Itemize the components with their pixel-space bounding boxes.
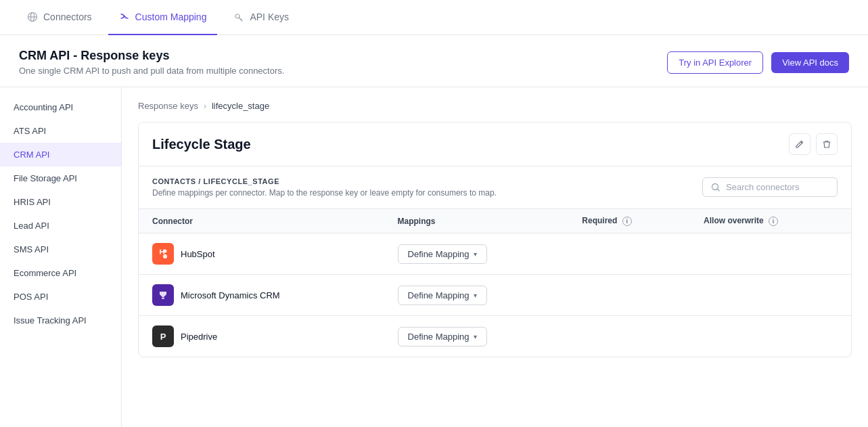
dynamics-mapping-dropdown[interactable]: Define Mapping ▾	[398, 286, 487, 305]
delete-button[interactable]	[816, 133, 838, 155]
search-connectors-input[interactable]	[726, 182, 827, 192]
connector-name-dynamics: Microsoft Dynamics CRM	[152, 284, 371, 306]
hubspot-logo	[152, 243, 174, 265]
hubspot-mapping-dropdown[interactable]: Define Mapping ▾	[398, 244, 487, 264]
col-required: Required i	[568, 209, 690, 233]
table-row: Microsoft Dynamics CRM Define Mapping ▾	[139, 275, 851, 316]
overwrite-cell-pipedrive	[690, 316, 851, 357]
breadcrumb: Response keys › lifecycle_stage	[138, 101, 852, 111]
sidebar-item-ecommerce[interactable]: Ecommerce API	[0, 261, 121, 285]
hubspot-name: HubSpot	[181, 249, 215, 259]
page-header-actions: Try in API Explorer View API docs	[667, 51, 849, 74]
page-description: One single CRM API to push and pull data…	[19, 66, 284, 76]
required-info-icon[interactable]: i	[622, 217, 632, 226]
pipedrive-logo-text: P	[160, 332, 166, 342]
card-header: Lifecycle Stage	[139, 122, 851, 166]
edit-icon	[795, 139, 804, 149]
svg-marker-7	[160, 292, 166, 298]
tab-api-keys-label: API Keys	[250, 12, 289, 22]
tab-api-keys[interactable]: API Keys	[223, 0, 300, 35]
col-allow-overwrite: Allow overwrite i	[690, 209, 851, 233]
try-api-button[interactable]: Try in API Explorer	[667, 51, 763, 74]
connector-name-hubspot: HubSpot	[152, 243, 371, 265]
sidebar-item-hris[interactable]: HRIS API	[0, 190, 121, 214]
connector-cell-pipedrive: P Pipedrive	[139, 316, 384, 357]
sidebar-item-crm[interactable]: CRM API	[0, 143, 121, 166]
mapping-cell-hubspot: Define Mapping ▾	[384, 233, 569, 275]
mapping-cell-pipedrive: Define Mapping ▾	[384, 316, 569, 357]
main-layout: Accounting API ATS API CRM API File Stor…	[0, 87, 868, 427]
section-header: CONTACTS / LIFECYCLE_STAGE Define mappin…	[139, 166, 851, 209]
chevron-down-icon: ▾	[474, 333, 477, 340]
dynamics-name: Microsoft Dynamics CRM	[181, 290, 280, 300]
tab-custom-mapping-label: Custom Mapping	[135, 12, 207, 22]
table-row: P Pipedrive Define Mapping ▾	[139, 316, 851, 357]
chevron-down-icon: ▾	[474, 292, 477, 299]
breadcrumb-current: lifecycle_stage	[212, 101, 269, 111]
chevron-down-icon: ▾	[474, 250, 477, 258]
svg-rect-8	[162, 298, 164, 299]
connector-name-pipedrive: P Pipedrive	[152, 325, 371, 347]
section-description: Define mappings per connector. Map to th…	[152, 188, 497, 198]
mapping-icon	[119, 12, 130, 22]
overwrite-cell-hubspot	[690, 233, 851, 275]
card-title: Lifecycle Stage	[152, 137, 251, 152]
sidebar-item-file-storage[interactable]: File Storage API	[0, 166, 121, 190]
sidebar-item-sms[interactable]: SMS API	[0, 238, 121, 261]
required-cell-dynamics	[568, 275, 690, 316]
globe-icon	[27, 12, 38, 22]
pipedrive-mapping-dropdown[interactable]: Define Mapping ▾	[398, 327, 487, 346]
dynamics-logo	[152, 284, 174, 306]
table-header-row: Connector Mappings Required i Allow over…	[139, 209, 851, 233]
col-mappings: Mappings	[384, 209, 569, 233]
tab-connectors[interactable]: Connectors	[16, 0, 103, 35]
hubspot-icon	[157, 248, 169, 260]
sidebar-item-ats[interactable]: ATS API	[0, 119, 121, 143]
breadcrumb-separator: ›	[204, 102, 206, 111]
required-cell-pipedrive	[568, 316, 690, 357]
table-row: HubSpot Define Mapping ▾	[139, 233, 851, 275]
pipedrive-logo: P	[152, 325, 174, 347]
tab-custom-mapping[interactable]: Custom Mapping	[108, 0, 218, 35]
overwrite-cell-dynamics	[690, 275, 851, 316]
sidebar-item-accounting[interactable]: Accounting API	[0, 95, 121, 119]
page-header: CRM API - Response keys One single CRM A…	[0, 35, 868, 87]
lifecycle-stage-card: Lifecycle Stage	[138, 122, 852, 357]
tab-connectors-label: Connectors	[43, 12, 92, 22]
connector-cell-dynamics: Microsoft Dynamics CRM	[139, 275, 384, 316]
allow-overwrite-info-icon[interactable]: i	[769, 217, 778, 226]
card-header-actions	[789, 133, 838, 155]
view-docs-button[interactable]: View API docs	[771, 52, 849, 73]
content-area: Response keys › lifecycle_stage Lifecycl…	[122, 87, 868, 427]
required-cell-hubspot	[568, 233, 690, 275]
section-info: CONTACTS / LIFECYCLE_STAGE Define mappin…	[152, 177, 497, 198]
sidebar-item-lead[interactable]: Lead API	[0, 214, 121, 238]
search-box	[702, 177, 838, 197]
edit-button[interactable]	[789, 133, 810, 155]
connectors-table: Connector Mappings Required i Allow over…	[139, 209, 851, 357]
section-label: CONTACTS / LIFECYCLE_STAGE	[152, 177, 497, 185]
key-icon	[233, 12, 244, 22]
col-connector: Connector	[139, 209, 384, 233]
pipedrive-name: Pipedrive	[181, 332, 217, 342]
connector-cell-hubspot: HubSpot	[139, 233, 384, 275]
sidebar: Accounting API ATS API CRM API File Stor…	[0, 87, 122, 427]
dynamics-icon	[157, 289, 169, 301]
search-icon	[711, 183, 721, 192]
page-title: CRM API - Response keys	[19, 49, 284, 63]
top-navigation: Connectors Custom Mapping API Keys	[0, 0, 868, 35]
mapping-cell-dynamics: Define Mapping ▾	[384, 275, 569, 316]
sidebar-item-issue-tracking[interactable]: Issue Tracking API	[0, 309, 121, 332]
sidebar-item-pos[interactable]: POS API	[0, 285, 121, 309]
page-header-content: CRM API - Response keys One single CRM A…	[19, 49, 284, 76]
trash-icon	[822, 139, 831, 149]
breadcrumb-parent[interactable]: Response keys	[138, 101, 198, 111]
